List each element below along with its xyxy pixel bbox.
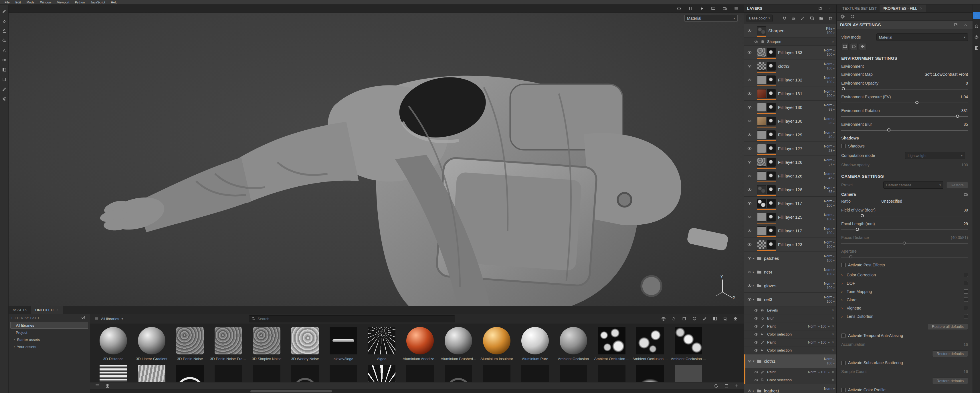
asset-item[interactable] <box>286 364 324 382</box>
taa-checkbox-row[interactable]: Activate Temporal Anti-Aliasing <box>841 333 968 338</box>
thumbnail-view-button[interactable] <box>104 382 111 389</box>
eye-icon[interactable] <box>746 119 753 123</box>
eye-icon[interactable] <box>746 359 753 363</box>
blend-opacity-controls[interactable]: Norm▾49▾ <box>823 131 835 139</box>
layer-group-net3[interactable]: ▾net3Norm▾100▾ <box>744 293 836 306</box>
menu-mode[interactable]: Mode <box>24 1 38 4</box>
layer-effect-color-selection[interactable]: Color selection× <box>744 346 836 354</box>
eye-icon[interactable] <box>753 325 760 328</box>
blend-opacity-controls[interactable]: Norm▾100▾ <box>823 254 835 262</box>
group-dof[interactable]: ›DOF <box>841 279 968 287</box>
blend-opacity-controls[interactable]: Norm▾100▾ <box>823 295 835 304</box>
eye-icon[interactable] <box>746 146 753 151</box>
asset-item[interactable] <box>516 364 554 382</box>
remove-effect-icon[interactable]: × <box>832 40 834 44</box>
blend-opacity-controls[interactable]: Norm▾100▾ <box>823 213 835 221</box>
blend-opacity-controls[interactable]: Norm▾23▾ <box>823 144 835 153</box>
projection-button[interactable] <box>1 27 8 34</box>
cam-field-of-view-deg-slider[interactable] <box>841 214 968 218</box>
eye-icon[interactable] <box>746 284 753 288</box>
asset-anisotropic-noise[interactable]: Anisotropic Noise <box>94 364 132 382</box>
close-layers-button[interactable] <box>826 5 834 12</box>
asset-aluminium-pure[interactable]: Aluminium Pure <box>516 326 554 361</box>
add-asset-button[interactable] <box>733 382 740 389</box>
expand-icon[interactable]: ▸ <box>753 389 757 393</box>
asset-3d-perlin-noise[interactable]: 3D Perlin Noise <box>171 326 209 361</box>
layer-effect-blur[interactable]: Blur× <box>744 314 836 322</box>
asset-alexav3logc[interactable]: alexav3logc <box>324 326 363 361</box>
channel-dropdown[interactable]: Base color ▾ <box>746 14 773 22</box>
shader-settings-button[interactable] <box>973 23 980 30</box>
paint-brush-button[interactable] <box>1 8 8 15</box>
shelf-scrollbar[interactable] <box>90 389 744 393</box>
asset-ambient-occlusion[interactable]: Ambient Occlusion ... <box>593 326 631 361</box>
filter-masks-button[interactable] <box>711 315 719 322</box>
filter-stacks-button[interactable] <box>722 315 729 322</box>
expand-icon[interactable]: ▸ <box>753 270 757 274</box>
tab-texture-set-list[interactable]: TEXTURE SET LIST <box>840 5 880 12</box>
eye-icon[interactable] <box>746 92 753 96</box>
tab-untitled[interactable]: UNTITLED <box>31 306 63 314</box>
layer-row-fill-layer-132[interactable]: Fill layer 132Norm▾100▾ <box>744 73 836 87</box>
add-paint-layer-button[interactable] <box>799 15 807 22</box>
slider-knob[interactable] <box>861 214 864 217</box>
blend-opacity-controls[interactable]: Norm▾35▾ <box>823 117 835 125</box>
scene-settings-button[interactable] <box>973 34 980 41</box>
settings-button[interactable] <box>839 13 846 20</box>
eye-icon[interactable] <box>753 349 760 352</box>
layer-row-fill-layer-130[interactable]: Fill layer 130Norm▾35▾ <box>744 114 836 128</box>
blend-opacity-controls[interactable]: Norm▾46▾ <box>823 172 835 180</box>
eye-icon[interactable] <box>753 308 760 312</box>
restore-defaults-button[interactable]: Restore defaults <box>932 350 968 357</box>
remove-effect-icon[interactable]: × <box>832 340 834 344</box>
search-input[interactable] <box>258 317 452 321</box>
eye-icon[interactable] <box>746 229 753 233</box>
color-profile-checkbox[interactable] <box>841 388 846 392</box>
asset-aluminium-insulator[interactable]: Aluminium Insulator <box>477 326 516 361</box>
expand-icon[interactable]: ▾ <box>753 298 757 301</box>
cam-focal-length-mm-slider[interactable] <box>841 228 968 232</box>
asset-3d-perlin-noise-fractal[interactable]: 3D Perlin Noise Fractal <box>209 326 248 361</box>
slider-knob[interactable] <box>887 128 891 132</box>
blend-opacity-controls[interactable]: Norm▾57▾ <box>823 158 835 166</box>
layer-row-fill-layer-117[interactable]: Fill layer 117Norm▾100▾ <box>744 224 836 238</box>
layer-row-fill-layer-125[interactable]: Fill layer 125Norm▾100▾ <box>744 210 836 224</box>
layer-group-net4[interactable]: ▸net4Norm▾100▾ <box>744 265 836 279</box>
blend-opacity-controls[interactable]: Norm▾100▾ <box>823 357 835 365</box>
resize-thumbnails-button[interactable] <box>723 382 730 389</box>
remove-effect-icon[interactable]: × <box>832 332 834 336</box>
post-effects-checkbox[interactable] <box>841 263 846 267</box>
hide-filter-button[interactable] <box>80 314 87 321</box>
sss-checkbox[interactable] <box>841 361 846 365</box>
asset-item[interactable] <box>132 364 171 382</box>
blend-opacity-controls[interactable]: Norm▾100▾ <box>823 268 835 276</box>
eye-icon[interactable] <box>746 64 753 68</box>
blend-opacity-controls[interactable]: Norm▾100▾ <box>823 89 835 98</box>
asset-item[interactable] <box>363 364 401 382</box>
layer-group-gloves[interactable]: ▸glovesNorm▾100▾ <box>744 279 836 293</box>
layer-row-fill-layer-127[interactable]: Fill layer 127Norm▾23▾ <box>744 142 836 155</box>
blend-opacity-controls[interactable]: Norm▾65▾ <box>823 185 835 194</box>
blend-opacity-controls[interactable]: Norm▾100▾ <box>823 227 835 235</box>
layer-row-fill-layer-133[interactable]: Fill layer 133Norm▾100▾ <box>744 46 836 59</box>
group-glare[interactable]: ›Glare <box>841 296 968 304</box>
layer-effect-paint[interactable]: PaintNorm ▾ 100 ▾× <box>744 338 836 346</box>
blend-opacity-controls[interactable]: Pthr▾100▾ <box>825 27 835 35</box>
layer-row-fill-layer-117[interactable]: Fill layer 117Norm▾100▾ <box>744 196 836 210</box>
remove-effect-icon[interactable]: × <box>832 324 834 328</box>
color-profile-checkbox-row[interactable]: Activate Color Profile <box>841 388 968 392</box>
group-vignette[interactable]: ›Vignette <box>841 304 968 312</box>
blend-opacity-controls[interactable]: Norm▾100▾ <box>823 76 835 84</box>
menu-window[interactable]: Window <box>37 1 54 4</box>
split-view-button[interactable] <box>973 44 980 51</box>
asset-item[interactable] <box>248 364 286 382</box>
asset-item[interactable] <box>401 364 439 382</box>
library-dropdown[interactable]: All libraries▾ <box>95 317 123 321</box>
view-material-button[interactable] <box>850 43 858 50</box>
add-fill-layer-button[interactable] <box>808 15 816 22</box>
menu-viewport[interactable]: Viewport <box>54 1 72 4</box>
eye-icon[interactable] <box>746 187 753 192</box>
layer-row-sharpen[interactable]: SharpenPthr▾100▾ <box>744 24 836 38</box>
blend-opacity-controls[interactable]: Norm▾100▾ <box>823 48 835 57</box>
slider-knob[interactable] <box>842 87 845 90</box>
